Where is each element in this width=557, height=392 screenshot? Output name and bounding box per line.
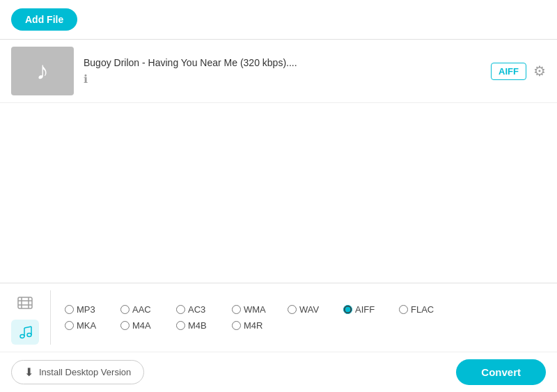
file-item: ♪ Bugoy Drilon - Having You Near Me (320… <box>0 40 557 103</box>
svg-point-5 <box>20 335 24 338</box>
format-badge[interactable]: AIFF <box>491 63 526 80</box>
header: Add File <box>0 0 557 40</box>
bottom-panel: MP3 AAC AC3 WMA WAV AIFF F <box>0 283 557 392</box>
radio-m4r[interactable]: M4R <box>232 320 288 331</box>
file-info: Bugoy Drilon - Having You Near Me (320 k… <box>84 57 491 86</box>
add-file-button[interactable]: Add File <box>11 8 77 31</box>
radio-rows: MP3 AAC AC3 WMA WAV AIFF F <box>65 304 546 331</box>
radio-row-1: MP3 AAC AC3 WMA WAV AIFF F <box>65 304 546 315</box>
file-list: ♪ Bugoy Drilon - Having You Near Me (320… <box>0 40 557 283</box>
settings-icon[interactable]: ⚙ <box>533 63 546 79</box>
install-label: Install Desktop Version <box>39 367 131 377</box>
radio-ac3[interactable]: AC3 <box>176 304 232 315</box>
radio-mp3[interactable]: MP3 <box>65 304 120 315</box>
audio-panel-icon[interactable] <box>11 320 39 345</box>
svg-point-6 <box>27 334 31 337</box>
music-note-icon: ♪ <box>36 56 49 86</box>
radio-aac[interactable]: AAC <box>120 304 176 315</box>
svg-rect-0 <box>18 297 32 308</box>
radio-m4b[interactable]: M4B <box>176 320 232 331</box>
svg-line-9 <box>24 327 31 328</box>
file-name: Bugoy Drilon - Having You Near Me (320 k… <box>84 57 491 68</box>
file-actions: AIFF ⚙ <box>491 63 546 80</box>
format-options: MP3 AAC AC3 WMA WAV AIFF F <box>0 283 557 352</box>
panel-icons <box>11 290 51 345</box>
radio-aiff[interactable]: AIFF <box>343 304 399 315</box>
radio-flac[interactable]: FLAC <box>399 304 455 315</box>
radio-m4a[interactable]: M4A <box>120 320 176 331</box>
download-icon: ⬇ <box>24 366 33 379</box>
install-desktop-button[interactable]: ⬇ Install Desktop Version <box>11 360 144 384</box>
radio-wma[interactable]: WMA <box>232 304 288 315</box>
radio-row-2: MKA M4A M4B M4R <box>65 320 546 331</box>
radio-wav[interactable]: WAV <box>288 304 343 315</box>
radio-mka[interactable]: MKA <box>65 320 120 331</box>
footer: ⬇ Install Desktop Version Convert <box>0 352 557 392</box>
file-thumbnail: ♪ <box>11 47 74 95</box>
info-icon[interactable]: ℹ <box>84 73 88 85</box>
convert-button[interactable]: Convert <box>456 359 546 385</box>
video-panel-icon[interactable] <box>11 290 39 315</box>
